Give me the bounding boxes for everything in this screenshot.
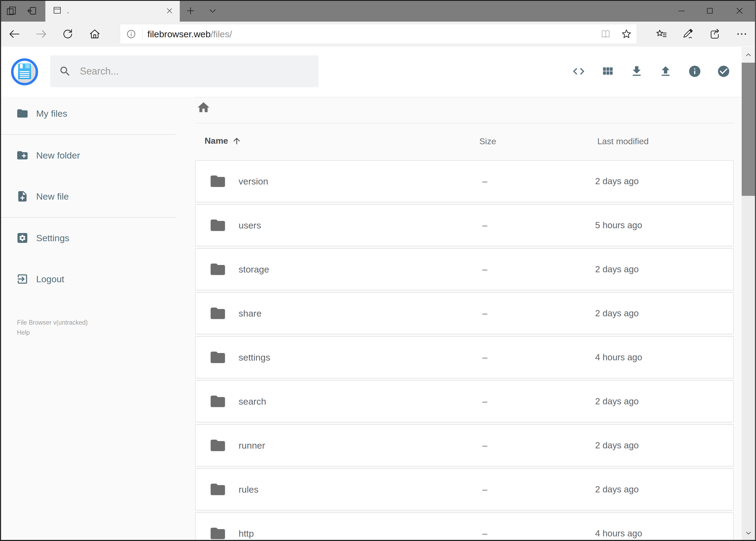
file-size: –	[482, 528, 487, 539]
app-version: File Browser v(untracked)	[17, 317, 88, 327]
file-name: version	[239, 176, 268, 187]
reading-view-icon[interactable]	[600, 28, 611, 40]
folder-icon	[209, 438, 226, 453]
info-icon[interactable]	[688, 65, 701, 78]
file-modified: 2 days ago	[595, 176, 638, 186]
file-row[interactable]: search – 2 days ago	[195, 380, 734, 422]
tab-preview-icon[interactable]	[4, 4, 18, 18]
upload-icon[interactable]	[659, 65, 672, 78]
file-row[interactable]: storage – 2 days ago	[195, 248, 734, 290]
folder-icon	[209, 306, 226, 320]
file-size: –	[482, 352, 487, 362]
sidebar-divider	[1, 134, 175, 135]
file-listing: Name Size Last modified version – 2 days…	[195, 97, 734, 541]
sidebar: My files New folder New file Settings Lo…	[0, 97, 194, 541]
sidebar-item-label: Settings	[36, 233, 69, 244]
breadcrumb-divider	[195, 123, 734, 124]
file-row[interactable]: users – 5 hours ago	[195, 204, 734, 246]
page-icon	[52, 5, 62, 16]
sidebar-item-new-file[interactable]: New file	[0, 188, 189, 205]
tab-close-icon[interactable]	[166, 7, 173, 15]
column-header-modified[interactable]: Last modified	[597, 136, 648, 146]
browser-tab[interactable]: .	[45, 0, 180, 22]
grid-view-icon[interactable]	[601, 65, 614, 78]
share-icon[interactable]	[709, 28, 721, 40]
floppy-disk-icon	[18, 64, 31, 79]
address-bar[interactable]: filebrowser.web/files/	[120, 24, 637, 44]
file-modified: 5 hours ago	[595, 220, 642, 231]
url-path: /files/	[210, 29, 232, 39]
breadcrumb-home-icon[interactable]	[196, 101, 210, 116]
file-size: –	[482, 396, 487, 406]
close-window-icon[interactable]	[732, 4, 747, 18]
scroll-up-icon[interactable]	[742, 47, 755, 63]
scroll-down-icon[interactable]	[742, 525, 755, 541]
sidebar-item-label: New file	[36, 191, 69, 202]
forward-icon[interactable]	[35, 28, 48, 40]
folder-icon	[209, 526, 226, 541]
file-row[interactable]: share – 2 days ago	[195, 292, 734, 334]
file-modified: 2 days ago	[595, 440, 638, 450]
column-header-name[interactable]: Name	[205, 136, 242, 146]
folder-icon	[209, 174, 226, 189]
filebrowser-logo	[11, 58, 38, 85]
file-modified: 2 days ago	[595, 264, 638, 274]
minimize-icon[interactable]	[674, 4, 689, 18]
folder-icon	[209, 394, 226, 409]
window-border-top	[0, 0, 756, 1]
set-tabs-aside-icon[interactable]	[25, 4, 39, 18]
refresh-icon[interactable]	[62, 28, 74, 40]
file-name: runner	[239, 440, 265, 451]
file-name: storage	[239, 264, 269, 275]
url-host: filebrowser.web	[147, 29, 210, 39]
add-favorite-star-icon[interactable]	[621, 28, 632, 40]
scrollbar-thumb[interactable]	[742, 63, 755, 196]
home-icon[interactable]	[89, 28, 101, 40]
file-size: –	[482, 220, 487, 231]
logout-icon	[16, 273, 29, 285]
search-input[interactable]	[79, 65, 313, 77]
tab-title: .	[67, 7, 166, 15]
tab-dropdown-icon[interactable]	[206, 4, 220, 18]
url-text: filebrowser.web/files/	[147, 29, 232, 39]
maximize-icon[interactable]	[702, 4, 717, 18]
back-icon[interactable]	[8, 28, 21, 40]
new-tab-icon[interactable]	[183, 4, 197, 18]
sort-ascending-icon	[232, 136, 242, 146]
sidebar-item-logout[interactable]: Logout	[0, 270, 189, 288]
favorites-hub-icon[interactable]	[655, 28, 668, 40]
file-size: –	[482, 264, 487, 274]
file-name: share	[239, 308, 262, 319]
file-row[interactable]: version – 2 days ago	[195, 160, 734, 202]
search-box[interactable]	[50, 55, 319, 87]
sidebar-item-my-files[interactable]: My files	[0, 105, 189, 122]
column-header-size[interactable]: Size	[479, 136, 496, 146]
check-circle-icon[interactable]	[717, 65, 730, 78]
titlebar: .	[0, 0, 756, 22]
sidebar-item-settings[interactable]: Settings	[0, 229, 189, 247]
browser-navbar: filebrowser.web/files/	[0, 22, 756, 46]
settings-more-icon[interactable]	[735, 28, 748, 40]
file-size: –	[482, 484, 487, 495]
browser-window: .	[0, 0, 756, 541]
file-modified: 4 hours ago	[595, 528, 642, 539]
folder-icon	[16, 107, 29, 120]
window-border-right	[755, 0, 756, 541]
file-row[interactable]: http – 4 hours ago	[195, 512, 734, 541]
file-size: –	[482, 440, 487, 450]
file-modified: 2 days ago	[595, 484, 638, 495]
site-info-icon[interactable]	[126, 29, 136, 39]
web-notes-pen-icon[interactable]	[682, 28, 694, 40]
sidebar-item-new-folder[interactable]: New folder	[0, 146, 189, 164]
file-size: –	[482, 176, 487, 186]
help-link[interactable]: Help	[17, 327, 88, 337]
file-row[interactable]: runner – 2 days ago	[195, 424, 734, 466]
file-row[interactable]: settings – 4 hours ago	[195, 336, 734, 378]
download-icon[interactable]	[630, 65, 643, 78]
sidebar-item-label: My files	[36, 108, 67, 119]
vertical-scrollbar	[742, 47, 755, 541]
window-border-left	[0, 0, 1, 541]
listing-header: Name Size Last modified	[195, 136, 734, 149]
code-icon[interactable]	[572, 65, 586, 78]
file-row[interactable]: rules – 2 days ago	[195, 468, 734, 510]
